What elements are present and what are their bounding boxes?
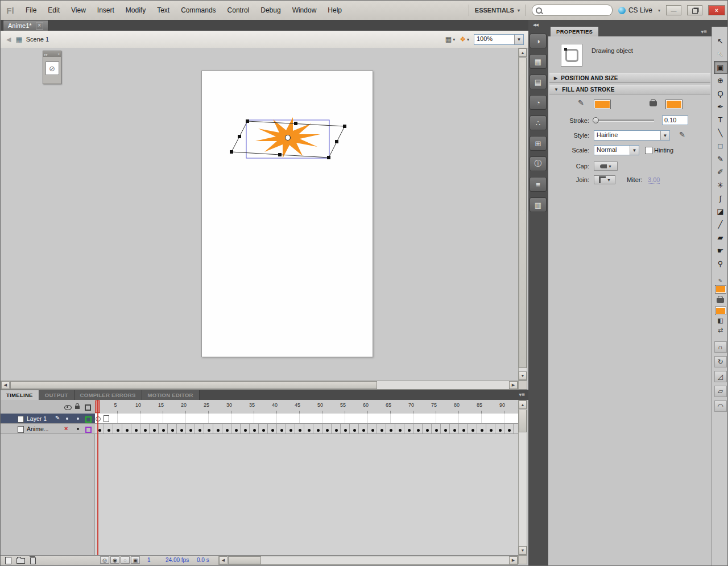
stage-horizontal-scrollbar[interactable]: ◀ ▶: [1, 381, 518, 390]
dropdown-arrow-icon[interactable]: ▼: [660, 131, 669, 140]
hand-tool[interactable]: ☛: [714, 244, 727, 257]
color-panel-icon[interactable]: ◑: [530, 34, 547, 48]
keyframe-dot[interactable]: [499, 429, 502, 432]
free-transform-tool[interactable]: ▣: [714, 61, 727, 74]
menu-edit[interactable]: Edit: [42, 1, 65, 20]
scroll-left-icon[interactable]: ◀: [1, 381, 10, 389]
keyframe-dot[interactable]: [171, 429, 174, 432]
deco-tool[interactable]: ✳: [714, 179, 727, 192]
search-box[interactable]: [532, 5, 613, 16]
styles-panel-icon[interactable]: ▤: [530, 75, 547, 89]
timeline-vertical-scrollbar[interactable]: ▲ ▼: [518, 400, 527, 555]
new-folder-button[interactable]: [16, 558, 25, 564]
timeline-tab-motion-editor[interactable]: MOTION EDITOR: [142, 390, 200, 400]
scroll-right-icon[interactable]: ▶: [509, 381, 518, 389]
stage-vertical-scrollbar[interactable]: ▲ ▼: [518, 48, 527, 381]
scene-breadcrumb[interactable]: Scene 1: [26, 36, 49, 43]
scroll-thumb[interactable]: [519, 57, 527, 368]
center-frame-button[interactable]: ◎: [100, 556, 109, 564]
hinting-checkbox[interactable]: [645, 147, 652, 154]
align-panel-icon[interactable]: ≡: [530, 177, 547, 192]
bone-tool[interactable]: ʃ: [714, 192, 727, 205]
join-style-button[interactable]: ▾: [594, 175, 615, 184]
keyframe-dot[interactable]: [453, 429, 456, 432]
scroll-left-icon[interactable]: ◀: [219, 556, 228, 564]
expand-icon[interactable]: ▸▸: [44, 52, 48, 56]
keyframe-dot[interactable]: [226, 429, 229, 432]
menu-insert[interactable]: Insert: [92, 1, 120, 20]
menu-modify[interactable]: Modify: [120, 1, 151, 20]
hidden-x-icon[interactable]: ×: [64, 425, 68, 432]
back-button[interactable]: ◀: [1, 36, 15, 43]
lasso-tool[interactable]: Ϙ: [714, 87, 727, 100]
layer-row[interactable]: Layer 1 ✎: [1, 414, 518, 424]
black-white-colors-button[interactable]: ◧: [715, 316, 726, 325]
keyframe-dot[interactable]: [299, 429, 301, 432]
lock-dot[interactable]: [77, 418, 79, 420]
floating-panel-titlebar[interactable]: ▸▸ ×: [43, 51, 61, 57]
collapse-panels-icon[interactable]: ◀◀: [533, 23, 538, 27]
tab-properties[interactable]: PROPERTIES: [551, 27, 598, 36]
zoom-value[interactable]: 100%: [474, 35, 514, 44]
keyframe-dot[interactable]: [335, 429, 338, 432]
tool-fill-color-swatch[interactable]: [715, 307, 726, 315]
frames-anime[interactable]: [95, 424, 518, 434]
transform-center-point[interactable]: [286, 135, 291, 141]
scroll-up-icon[interactable]: ▲: [519, 400, 527, 409]
blank-frame-marker[interactable]: [104, 415, 109, 422]
keyframe-dot[interactable]: [380, 429, 383, 432]
new-layer-button[interactable]: [5, 557, 11, 564]
timeline-horizontal-scrollbar[interactable]: ◀ ▶: [218, 556, 518, 565]
deco-panel-icon[interactable]: ∴: [530, 115, 547, 130]
scroll-thumb[interactable]: [228, 556, 261, 564]
keyframe-dot[interactable]: [417, 429, 420, 432]
timeline-tab-compiler-errors[interactable]: COMPILER ERRORS: [75, 390, 142, 400]
menu-commands[interactable]: Commands: [175, 1, 221, 20]
scroll-down-icon[interactable]: ▼: [519, 371, 527, 380]
keyframe-dot[interactable]: [344, 429, 347, 432]
keyframe-dot[interactable]: [471, 429, 474, 432]
edit-scene-button[interactable]: ▦ ▾: [445, 35, 455, 43]
close-icon[interactable]: ×: [57, 52, 60, 56]
close-button[interactable]: ×: [708, 5, 725, 15]
keyframe-dot[interactable]: [444, 429, 447, 432]
3d-rotation-tool[interactable]: ⊕: [714, 74, 727, 87]
keyframe-dot[interactable]: [508, 429, 511, 432]
keyframe-dot[interactable]: [135, 429, 138, 432]
stroke-color-swatch[interactable]: [594, 100, 611, 109]
keyframe-dot[interactable]: [399, 429, 402, 432]
dropdown-arrow-icon[interactable]: ▼: [630, 146, 639, 155]
menu-window[interactable]: Window: [287, 1, 322, 20]
transform-panel-icon[interactable]: ⊞: [530, 136, 547, 151]
scroll-thumb[interactable]: [519, 410, 527, 432]
keyframe-dot[interactable]: [308, 429, 311, 432]
subselection-tool[interactable]: ↖: [714, 48, 727, 61]
section-fill-and-stroke[interactable]: ▼ FILL AND STROKE: [549, 85, 710, 94]
keyframe-dot[interactable]: [353, 429, 356, 432]
layer-outline-color-swatch[interactable]: [85, 427, 92, 433]
pasteboard[interactable]: ▸▸ × ⊘: [1, 48, 518, 381]
scroll-up-icon[interactable]: ▲: [519, 48, 527, 57]
eyedropper-tool[interactable]: ╱: [714, 218, 727, 231]
playhead-line[interactable]: [97, 400, 98, 555]
rectangle-tool[interactable]: □: [714, 139, 727, 152]
keyframe-dot[interactable]: [189, 429, 192, 432]
stroke-style-select[interactable]: Hairline ▼: [594, 130, 670, 141]
keyframe-dot[interactable]: [408, 429, 411, 432]
layer-name-cell-anime[interactable]: Anime... ×: [1, 424, 95, 434]
timeline-tab-output[interactable]: OUTPUT: [39, 390, 75, 400]
text-tool[interactable]: T: [714, 113, 727, 126]
keyframe-dot[interactable]: [144, 429, 147, 432]
zoom-tool[interactable]: ⚲: [714, 257, 727, 270]
keyframe-dot[interactable]: [198, 429, 201, 432]
selection-tool[interactable]: ↖: [714, 35, 727, 48]
edit-stroke-style-button[interactable]: ✎: [679, 130, 685, 139]
stroke-height-input[interactable]: 0.10: [662, 115, 688, 125]
tool-stroke-color-swatch[interactable]: [715, 285, 726, 294]
kuler-panel-icon[interactable]: ◔: [530, 95, 547, 110]
brush-tool[interactable]: ✐: [714, 166, 727, 179]
envelope-button[interactable]: ◠: [714, 400, 727, 412]
section-position-and-size[interactable]: ▶ POSITION AND SIZE: [549, 73, 710, 83]
visibility-dot[interactable]: [66, 418, 68, 420]
keyframe-dot[interactable]: [244, 429, 247, 432]
